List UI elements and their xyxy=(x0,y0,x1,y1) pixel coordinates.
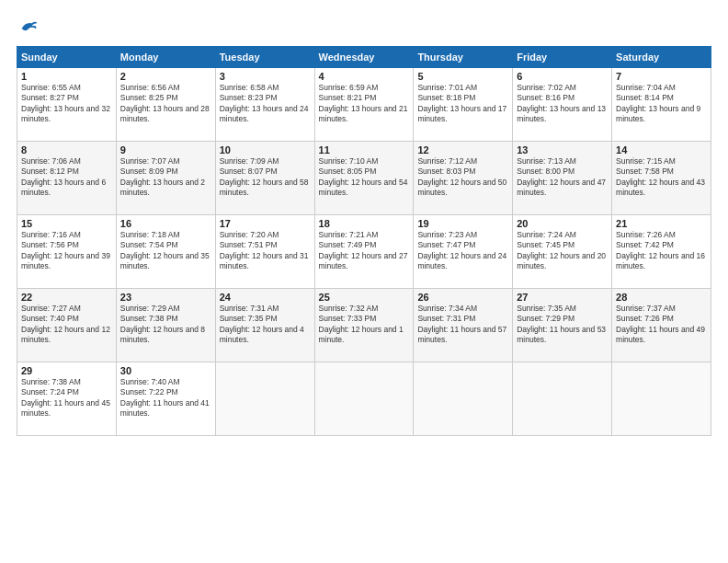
day-number: 7 xyxy=(616,71,707,82)
day-number: 29 xyxy=(21,365,112,376)
calendar-cell: 15 Sunrise: 7:16 AM Sunset: 7:56 PM Dayl… xyxy=(17,215,117,289)
day-number: 25 xyxy=(319,292,410,303)
day-number: 17 xyxy=(220,218,311,229)
calendar-cell: 5 Sunrise: 7:01 AM Sunset: 8:18 PM Dayli… xyxy=(414,68,513,142)
calendar-header-row: SundayMondayTuesdayWednesdayThursdayFrid… xyxy=(17,47,711,68)
calendar-cell xyxy=(513,362,612,436)
day-number: 6 xyxy=(517,71,608,82)
calendar-cell: 30 Sunrise: 7:40 AM Sunset: 7:22 PM Dayl… xyxy=(116,362,215,436)
day-number: 13 xyxy=(517,144,608,155)
calendar-cell xyxy=(612,362,711,436)
day-detail: Sunrise: 7:32 AM Sunset: 7:33 PM Dayligh… xyxy=(319,304,410,346)
calendar-cell xyxy=(215,362,314,436)
calendar-cell: 29 Sunrise: 7:38 AM Sunset: 7:24 PM Dayl… xyxy=(17,362,117,436)
logo-bird-icon xyxy=(18,17,39,37)
day-number: 15 xyxy=(21,218,112,229)
day-detail: Sunrise: 7:10 AM Sunset: 8:05 PM Dayligh… xyxy=(319,156,410,199)
calendar-cell: 25 Sunrise: 7:32 AM Sunset: 7:33 PM Dayl… xyxy=(314,289,414,362)
calendar-cell: 6 Sunrise: 7:02 AM Sunset: 8:16 PM Dayli… xyxy=(513,68,612,142)
calendar-cell xyxy=(314,362,414,436)
day-detail: Sunrise: 7:20 AM Sunset: 7:51 PM Dayligh… xyxy=(220,230,311,272)
calendar-cell: 11 Sunrise: 7:10 AM Sunset: 8:05 PM Dayl… xyxy=(314,142,414,215)
day-number: 24 xyxy=(220,292,311,303)
calendar-cell: 24 Sunrise: 7:31 AM Sunset: 7:35 PM Dayl… xyxy=(215,289,314,362)
day-detail: Sunrise: 6:56 AM Sunset: 8:25 PM Dayligh… xyxy=(120,83,211,125)
day-number: 28 xyxy=(616,292,707,303)
day-detail: Sunrise: 7:26 AM Sunset: 7:42 PM Dayligh… xyxy=(616,230,707,272)
day-number: 16 xyxy=(120,218,211,229)
day-detail: Sunrise: 7:40 AM Sunset: 7:22 PM Dayligh… xyxy=(120,377,211,419)
day-number: 4 xyxy=(319,71,410,82)
day-number: 12 xyxy=(417,144,508,155)
calendar-cell: 19 Sunrise: 7:23 AM Sunset: 7:47 PM Dayl… xyxy=(414,215,513,289)
calendar-cell: 22 Sunrise: 7:27 AM Sunset: 7:40 PM Dayl… xyxy=(17,289,117,362)
calendar-header-thursday: Thursday xyxy=(414,47,513,68)
day-detail: Sunrise: 6:55 AM Sunset: 8:27 PM Dayligh… xyxy=(21,83,112,125)
calendar-cell: 21 Sunrise: 7:26 AM Sunset: 7:42 PM Dayl… xyxy=(612,215,711,289)
calendar-cell: 2 Sunrise: 6:56 AM Sunset: 8:25 PM Dayli… xyxy=(116,68,215,142)
calendar-cell: 3 Sunrise: 6:58 AM Sunset: 8:23 PM Dayli… xyxy=(215,68,314,142)
calendar-cell: 28 Sunrise: 7:37 AM Sunset: 7:26 PM Dayl… xyxy=(612,289,711,362)
calendar-cell: 26 Sunrise: 7:34 AM Sunset: 7:31 PM Dayl… xyxy=(414,289,513,362)
day-detail: Sunrise: 7:38 AM Sunset: 7:24 PM Dayligh… xyxy=(21,377,112,419)
day-number: 26 xyxy=(417,292,508,303)
day-number: 1 xyxy=(21,71,112,82)
day-detail: Sunrise: 7:21 AM Sunset: 7:49 PM Dayligh… xyxy=(319,230,410,272)
calendar-header-wednesday: Wednesday xyxy=(314,47,414,68)
page: SundayMondayTuesdayWednesdayThursdayFrid… xyxy=(0,0,728,563)
day-number: 27 xyxy=(517,292,608,303)
calendar-header-saturday: Saturday xyxy=(612,47,711,68)
day-detail: Sunrise: 7:34 AM Sunset: 7:31 PM Dayligh… xyxy=(417,304,508,346)
day-detail: Sunrise: 7:06 AM Sunset: 8:12 PM Dayligh… xyxy=(21,156,112,199)
calendar-header-monday: Monday xyxy=(116,47,215,68)
day-number: 2 xyxy=(120,71,211,82)
day-detail: Sunrise: 7:12 AM Sunset: 8:03 PM Dayligh… xyxy=(417,156,508,199)
calendar-cell: 17 Sunrise: 7:20 AM Sunset: 7:51 PM Dayl… xyxy=(215,215,314,289)
calendar-cell: 16 Sunrise: 7:18 AM Sunset: 7:54 PM Dayl… xyxy=(116,215,215,289)
day-number: 21 xyxy=(616,218,707,229)
calendar-cell: 20 Sunrise: 7:24 AM Sunset: 7:45 PM Dayl… xyxy=(513,215,612,289)
logo xyxy=(17,17,39,37)
day-detail: Sunrise: 6:58 AM Sunset: 8:23 PM Dayligh… xyxy=(220,83,311,125)
day-number: 11 xyxy=(319,144,410,155)
calendar-header-tuesday: Tuesday xyxy=(215,47,314,68)
day-detail: Sunrise: 7:09 AM Sunset: 8:07 PM Dayligh… xyxy=(220,156,311,199)
calendar-cell: 1 Sunrise: 6:55 AM Sunset: 8:27 PM Dayli… xyxy=(17,68,117,142)
day-number: 19 xyxy=(417,218,508,229)
calendar-cell xyxy=(414,362,513,436)
calendar-cell: 7 Sunrise: 7:04 AM Sunset: 8:14 PM Dayli… xyxy=(612,68,711,142)
calendar-cell: 4 Sunrise: 6:59 AM Sunset: 8:21 PM Dayli… xyxy=(314,68,414,142)
day-detail: Sunrise: 7:24 AM Sunset: 7:45 PM Dayligh… xyxy=(517,230,608,272)
day-detail: Sunrise: 7:37 AM Sunset: 7:26 PM Dayligh… xyxy=(616,304,707,346)
day-number: 5 xyxy=(417,71,508,82)
calendar-cell: 12 Sunrise: 7:12 AM Sunset: 8:03 PM Dayl… xyxy=(414,142,513,215)
day-detail: Sunrise: 7:01 AM Sunset: 8:18 PM Dayligh… xyxy=(417,83,508,125)
day-detail: Sunrise: 7:02 AM Sunset: 8:16 PM Dayligh… xyxy=(517,83,608,125)
day-number: 10 xyxy=(220,144,311,155)
day-detail: Sunrise: 7:31 AM Sunset: 7:35 PM Dayligh… xyxy=(220,304,311,346)
calendar-cell: 23 Sunrise: 7:29 AM Sunset: 7:38 PM Dayl… xyxy=(116,289,215,362)
day-number: 14 xyxy=(616,144,707,155)
calendar: SundayMondayTuesdayWednesdayThursdayFrid… xyxy=(17,46,711,436)
day-detail: Sunrise: 7:18 AM Sunset: 7:54 PM Dayligh… xyxy=(120,230,211,272)
day-detail: Sunrise: 7:15 AM Sunset: 7:58 PM Dayligh… xyxy=(616,156,707,199)
calendar-cell: 10 Sunrise: 7:09 AM Sunset: 8:07 PM Dayl… xyxy=(215,142,314,215)
day-detail: Sunrise: 7:27 AM Sunset: 7:40 PM Dayligh… xyxy=(21,304,112,346)
day-number: 30 xyxy=(120,365,211,376)
calendar-header-sunday: Sunday xyxy=(17,47,117,68)
day-detail: Sunrise: 7:23 AM Sunset: 7:47 PM Dayligh… xyxy=(417,230,508,272)
day-detail: Sunrise: 6:59 AM Sunset: 8:21 PM Dayligh… xyxy=(319,83,410,125)
calendar-cell: 14 Sunrise: 7:15 AM Sunset: 7:58 PM Dayl… xyxy=(612,142,711,215)
calendar-cell: 27 Sunrise: 7:35 AM Sunset: 7:29 PM Dayl… xyxy=(513,289,612,362)
day-number: 20 xyxy=(517,218,608,229)
header xyxy=(17,17,711,37)
day-detail: Sunrise: 7:16 AM Sunset: 7:56 PM Dayligh… xyxy=(21,230,112,272)
day-number: 22 xyxy=(21,292,112,303)
calendar-cell: 18 Sunrise: 7:21 AM Sunset: 7:49 PM Dayl… xyxy=(314,215,414,289)
day-detail: Sunrise: 7:04 AM Sunset: 8:14 PM Dayligh… xyxy=(616,83,707,125)
calendar-cell: 8 Sunrise: 7:06 AM Sunset: 8:12 PM Dayli… xyxy=(17,142,117,215)
calendar-header-friday: Friday xyxy=(513,47,612,68)
day-detail: Sunrise: 7:29 AM Sunset: 7:38 PM Dayligh… xyxy=(120,304,211,346)
day-detail: Sunrise: 7:13 AM Sunset: 8:00 PM Dayligh… xyxy=(517,156,608,199)
day-detail: Sunrise: 7:35 AM Sunset: 7:29 PM Dayligh… xyxy=(517,304,608,346)
